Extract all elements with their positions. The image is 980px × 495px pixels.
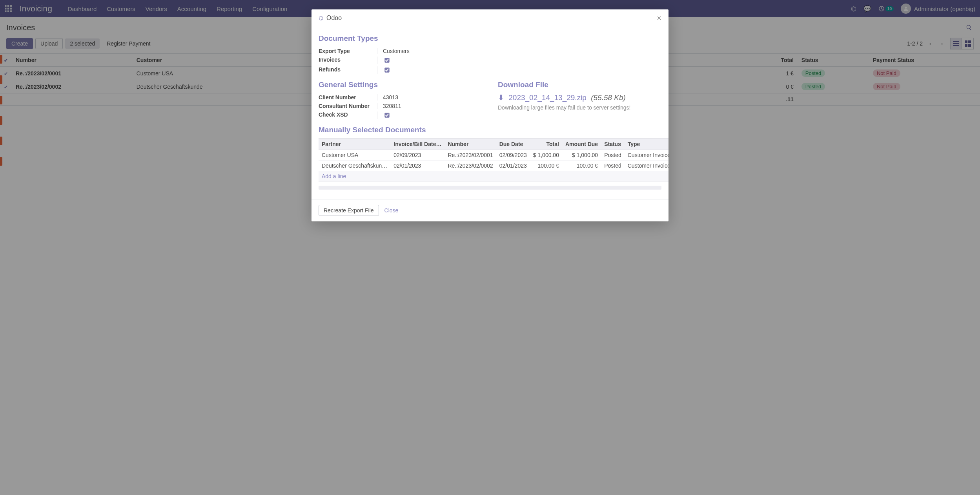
- docs-col-status[interactable]: Status: [601, 139, 625, 150]
- docs-cell-amount-due: $ 1,000.00: [562, 150, 601, 161]
- selected-docs-table: Partner Invoice/Bill Date… Number Due Da…: [319, 138, 669, 182]
- docs-cell-due: 02/01/2023: [496, 161, 530, 171]
- section-doc-types: Document Types: [319, 34, 661, 43]
- download-hint: Downloading large files may fail due to …: [498, 104, 661, 111]
- add-line-label: Add a line: [319, 171, 669, 182]
- docs-horizontal-scrollbar[interactable]: [319, 186, 661, 190]
- modal-footer: Recreate Export File Close: [311, 199, 669, 221]
- docs-cell-type: Customer Invoice: [625, 150, 669, 161]
- docs-cell-total: 100.00 €: [530, 161, 562, 171]
- docs-row[interactable]: Customer USA 02/09/2023 Re.:/2023/02/000…: [319, 150, 669, 161]
- checkbox-check-xsd[interactable]: [384, 113, 389, 117]
- add-line-row[interactable]: Add a line: [319, 171, 669, 182]
- docs-cell-date: 02/01/2023: [390, 161, 444, 171]
- label-consultant-number: Consultant Number: [319, 103, 377, 109]
- label-refunds: Refunds: [319, 66, 377, 74]
- docs-row[interactable]: Deutscher Geschäftskun… 02/01/2023 Re.:/…: [319, 161, 669, 171]
- checkbox-refunds[interactable]: [384, 68, 389, 72]
- label-check-xsd: Check XSD: [319, 111, 377, 119]
- docs-cell-partner: Customer USA: [319, 150, 390, 161]
- docs-cell-type: Customer Invoice: [625, 161, 669, 171]
- docs-col-partner[interactable]: Partner: [319, 139, 390, 150]
- export-modal: ⌬ Odoo × Document Types Export Type Cust…: [311, 9, 669, 221]
- docs-col-amount-due[interactable]: Amount Due: [562, 139, 601, 150]
- docs-cell-date: 02/09/2023: [390, 150, 444, 161]
- section-download: Download File: [498, 80, 661, 89]
- label-invoices: Invoices: [319, 57, 377, 64]
- docs-col-invoice-date[interactable]: Invoice/Bill Date…: [390, 139, 444, 150]
- recreate-export-button[interactable]: Recreate Export File: [319, 205, 379, 216]
- docs-cell-number: Re.:/2023/02/0002: [444, 161, 496, 171]
- download-size: (55.58 Kb): [591, 93, 626, 102]
- docs-col-total[interactable]: Total: [530, 139, 562, 150]
- close-icon[interactable]: ×: [657, 14, 661, 22]
- value-consultant-number: 320811: [377, 103, 401, 109]
- section-general: General Settings: [319, 80, 482, 89]
- download-icon: ⬇: [498, 93, 504, 102]
- docs-col-due[interactable]: Due Date: [496, 139, 530, 150]
- modal-title: Odoo: [326, 15, 342, 22]
- value-export-type: Customers: [377, 48, 410, 54]
- value-client-number: 43013: [377, 94, 398, 100]
- docs-cell-due: 02/09/2023: [496, 150, 530, 161]
- docs-cell-partner: Deutscher Geschäftskun…: [319, 161, 390, 171]
- close-button[interactable]: Close: [384, 207, 399, 214]
- bug-icon: ⌬: [319, 15, 323, 21]
- docs-cell-status: Posted: [601, 161, 625, 171]
- modal-backdrop: ⌬ Odoo × Document Types Export Type Cust…: [0, 0, 980, 495]
- download-link[interactable]: 2023_02_14_13_29.zip: [508, 93, 587, 102]
- checkbox-invoices[interactable]: [384, 58, 389, 62]
- label-export-type: Export Type: [319, 48, 377, 54]
- docs-cell-total: $ 1,000.00: [530, 150, 562, 161]
- section-selected-docs: Manually Selected Documents: [319, 126, 661, 134]
- docs-col-number[interactable]: Number: [444, 139, 496, 150]
- label-client-number: Client Number: [319, 94, 377, 100]
- docs-cell-amount-due: 100.00 €: [562, 161, 601, 171]
- modal-header: ⌬ Odoo ×: [311, 9, 669, 27]
- docs-col-type[interactable]: Type: [625, 139, 669, 150]
- docs-cell-status: Posted: [601, 150, 625, 161]
- docs-cell-number: Re.:/2023/02/0001: [444, 150, 496, 161]
